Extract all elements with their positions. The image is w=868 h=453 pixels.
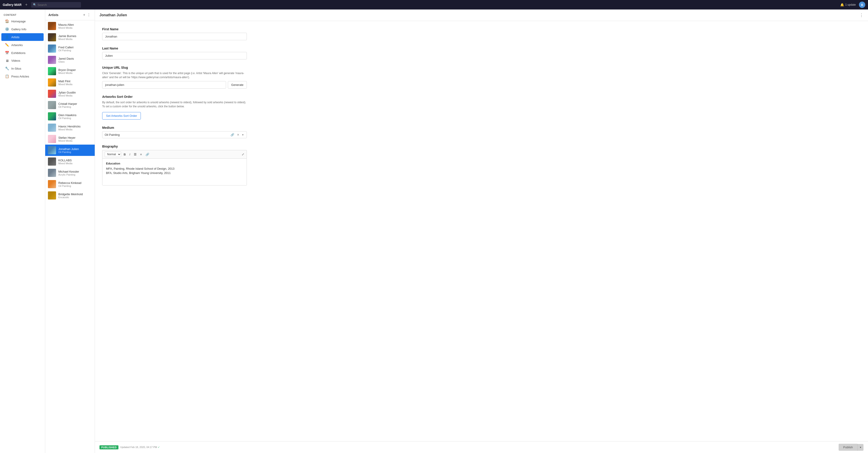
last-name-input[interactable] xyxy=(102,52,247,59)
artist-info-jared-davis: Jared Davis Glass xyxy=(58,57,92,63)
artist-medium-jamie-burnes: Mixed Media xyxy=(58,38,92,40)
bio-line-1: MFA, Painting, Rhode Island School of De… xyxy=(106,167,243,170)
sidebar-item-homepage[interactable]: 🏠 Homepage xyxy=(1,18,43,25)
artist-thumb-maura-allen xyxy=(48,22,56,30)
artist-list-item-rebecca-kinkead[interactable]: Rebecca Kinkead Oil Painting xyxy=(45,179,95,190)
publish-button[interactable]: Publish xyxy=(839,444,857,451)
artist-list-item-jylian-gustlin[interactable]: Jylian Gustlin Mixed Media xyxy=(45,88,95,99)
artist-name-glen-hawkins: Glen Hawkins xyxy=(58,114,92,117)
artist-thumb-cristall-harper xyxy=(48,101,56,109)
artist-info-havoc-hendricks: Havoc Hendricks Mixed Media xyxy=(58,125,92,131)
artist-list-item-maura-allen[interactable]: Maura Allen Mixed Media xyxy=(45,20,95,32)
topbar-right: 🔔 1 update B xyxy=(840,2,865,8)
slug-row: Generate xyxy=(102,81,247,89)
sidebar-item-press-articles[interactable]: 📋 Press Articles xyxy=(1,72,43,80)
slug-label: Unique URL Slug xyxy=(102,66,861,69)
calendar-icon: 📅 xyxy=(5,51,9,55)
artist-thumb-havoc-hendricks xyxy=(48,124,56,132)
first-name-input[interactable] xyxy=(102,33,247,40)
sort-order-button[interactable]: Set Artworks Sort Order xyxy=(102,112,141,120)
sidebar-label-press-articles: Press Articles xyxy=(11,75,29,78)
artist-thumb-matt-flint xyxy=(48,78,56,87)
avatar-button[interactable]: B xyxy=(859,2,865,8)
home-icon: 🏠 xyxy=(5,19,9,23)
bio-content[interactable]: Education MFA, Painting, Rhode Island Sc… xyxy=(102,158,247,186)
search-input[interactable] xyxy=(31,2,81,8)
artist-info-rebecca-kinkead: Rebecca Kinkead Oil Painting xyxy=(58,181,92,187)
artist-list-item-bridgette-meinhold[interactable]: Bridgette Meinhold Encaustic xyxy=(45,190,95,201)
artist-list-item-jamie-burnes[interactable]: Jamie Burnes Mixed Media xyxy=(45,32,95,43)
bio-link-button[interactable]: 🔗 xyxy=(145,152,150,157)
artist-thumb-kollabs xyxy=(48,158,56,166)
add-button[interactable]: + xyxy=(24,2,29,7)
artist-info-stefan-heyer: Stefan Heyer Mixed Media xyxy=(58,136,92,142)
artist-name-jylian-gustlin: Jylian Gustlin xyxy=(58,91,92,94)
artist-name-jared-davis: Jared Davis xyxy=(58,57,92,60)
updated-text: Updated Feb 18, 2020, 04:17 PM ✓ xyxy=(120,446,160,449)
bio-format-select[interactable]: Normal xyxy=(105,152,121,157)
artist-info-jonathan-julien: Jonathan Julien Oil Painting xyxy=(58,147,92,153)
artist-thumb-bridgette-meinhold xyxy=(48,191,56,199)
artists-menu-button[interactable]: ⋮ xyxy=(86,12,92,18)
artist-name-cristall-harper: Cristall Harper xyxy=(58,102,92,105)
sidebar: Content 🏠 Homepage ⚙️ Gallery Info 👤 Art… xyxy=(0,9,45,453)
medium-clear-button[interactable]: ✕ xyxy=(236,133,240,136)
medium-select-wrapper[interactable]: Oil Painting 🔗 ✕ ▾ xyxy=(102,131,247,138)
artist-list-item-glen-hawkins[interactable]: Glen Hawkins Oil Painting xyxy=(45,111,95,122)
artist-info-michael-kessler: Michael Kessler Acrylic Painting xyxy=(58,170,92,176)
artist-medium-fred-calleri: Oil Painting xyxy=(58,49,92,52)
artist-name-matt-flint: Matt Flint xyxy=(58,79,92,83)
medium-dropdown-button[interactable]: ▾ xyxy=(241,133,244,136)
sidebar-label-in-situs: In-Situs xyxy=(11,67,21,70)
gear-icon: ⚙️ xyxy=(5,27,9,31)
artists-list: Maura Allen Mixed Media Jamie Burnes Mix… xyxy=(45,20,95,453)
artist-thumb-jamie-burnes xyxy=(48,33,56,41)
artists-add-button[interactable]: + xyxy=(82,12,86,18)
bio-italic-button[interactable]: I xyxy=(128,152,131,157)
artist-list-item-michael-kessler[interactable]: Michael Kessler Acrylic Painting xyxy=(45,167,95,179)
last-name-label: Last Name xyxy=(102,46,861,50)
bio-ordered-list-button[interactable]: ≡ xyxy=(139,152,143,157)
sidebar-label-artists: Artists xyxy=(11,35,20,39)
bio-list-button[interactable]: ☰ xyxy=(133,152,138,157)
artist-name-maura-allen: Maura Allen xyxy=(58,23,92,26)
sidebar-item-videos[interactable]: 🖥 Videos xyxy=(1,57,43,64)
artist-list-item-havoc-hendricks[interactable]: Havoc Hendricks Mixed Media xyxy=(45,122,95,133)
wrench-icon: 🔧 xyxy=(5,66,9,70)
artist-list-item-stefan-heyer[interactable]: Stefan Heyer Mixed Media xyxy=(45,133,95,144)
sidebar-item-artists[interactable]: 👤 Artists xyxy=(1,33,43,41)
artist-list-item-fred-calleri[interactable]: Fred Calleri Oil Painting xyxy=(45,43,95,54)
artist-list-item-jonathan-julien[interactable]: Jonathan Julien Oil Painting xyxy=(45,144,95,156)
artist-list-item-matt-flint[interactable]: Matt Flint Mixed Media xyxy=(45,77,95,88)
artist-list-item-kollabs[interactable]: KOLLABS Mixed Media xyxy=(45,156,95,167)
artist-list-item-cristall-harper[interactable]: Cristall Harper Oil Painting xyxy=(45,99,95,111)
sidebar-item-in-situs[interactable]: 🔧 In-Situs xyxy=(1,65,43,72)
bio-bold-button[interactable]: B xyxy=(123,152,127,157)
generate-button[interactable]: Generate xyxy=(228,81,247,89)
last-name-section: Last Name xyxy=(102,46,861,59)
slug-hint: Click 'Generate'. This is the unique url… xyxy=(102,71,247,79)
main-menu-button[interactable]: ⋮ xyxy=(860,13,864,18)
medium-value: Oil Painting xyxy=(105,133,228,136)
publish-dropdown-button[interactable]: ▾ xyxy=(857,444,864,451)
slug-input[interactable] xyxy=(102,81,226,89)
artist-name-jonathan-julien: Jonathan Julien xyxy=(58,147,92,151)
sidebar-item-exhibitions[interactable]: 📅 Exhibitions xyxy=(1,49,43,57)
artist-info-matt-flint: Matt Flint Mixed Media xyxy=(58,79,92,86)
pencil-icon: ✏️ xyxy=(5,43,9,47)
artist-name-bridgette-meinhold: Bridgette Meinhold xyxy=(58,193,92,196)
main-title: Jonathan Julien xyxy=(99,13,860,17)
artist-name-michael-kessler: Michael Kessler xyxy=(58,170,92,173)
bottom-bar: PUBLISHED Updated Feb 18, 2020, 04:17 PM… xyxy=(95,441,868,453)
artist-list-item-jared-davis[interactable]: Jared Davis Glass xyxy=(45,54,95,66)
medium-link-icon[interactable]: 🔗 xyxy=(230,133,235,136)
sidebar-item-gallery-info[interactable]: ⚙️ Gallery Info xyxy=(1,25,43,33)
artist-info-jamie-burnes: Jamie Burnes Mixed Media xyxy=(58,34,92,40)
first-name-label: First Name xyxy=(102,27,861,31)
artist-list-item-bryon-draper[interactable]: Bryon Draper Mixed Media xyxy=(45,66,95,77)
bio-expand-button[interactable]: ⤢ xyxy=(242,153,244,156)
artist-name-stefan-heyer: Stefan Heyer xyxy=(58,136,92,139)
check-icon: ✓ xyxy=(158,446,160,449)
artist-medium-glen-hawkins: Oil Painting xyxy=(58,117,92,120)
sidebar-item-artworks[interactable]: ✏️ Artworks xyxy=(1,41,43,49)
